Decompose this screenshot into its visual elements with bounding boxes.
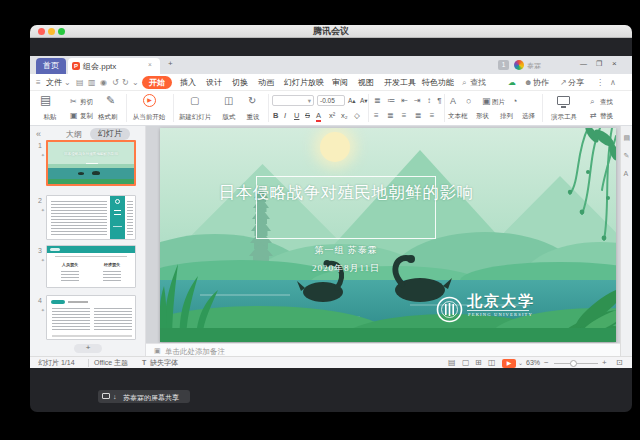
find-menu[interactable]: 查找 bbox=[470, 74, 486, 91]
user-avatar[interactable] bbox=[514, 60, 524, 70]
replace-button[interactable]: 替换 bbox=[600, 112, 613, 121]
collapse-ribbon-icon[interactable]: ∧ bbox=[610, 74, 616, 91]
slides-tab[interactable]: 幻灯片 bbox=[90, 128, 130, 140]
view-grid-icon[interactable]: ⊞ bbox=[475, 357, 482, 369]
cut-button[interactable]: 剪切 bbox=[80, 98, 93, 107]
close-traffic-light[interactable] bbox=[38, 28, 45, 35]
new-slide-button[interactable]: 新建幻灯片 bbox=[175, 113, 215, 122]
shape-icon[interactable]: ○ bbox=[466, 96, 471, 106]
new-slide-icon[interactable]: ▢ bbox=[190, 96, 199, 106]
zoom-slider-knob[interactable] bbox=[570, 360, 577, 367]
theme-name[interactable]: Office 主题 bbox=[94, 357, 128, 369]
more-options-icon[interactable]: ⋮ bbox=[596, 74, 604, 91]
play-from-current-button[interactable]: 从当前开始 bbox=[126, 113, 172, 122]
ribbon-tab-view[interactable]: 视图 bbox=[358, 74, 374, 91]
decrease-font-icon[interactable]: A▾ bbox=[360, 97, 368, 105]
ribbon-tab-design[interactable]: 设计 bbox=[206, 74, 222, 91]
view-reading-icon[interactable]: ◫ bbox=[488, 357, 496, 369]
strikethrough-button[interactable]: S bbox=[305, 111, 310, 120]
collaborate-icon[interactable]: ☻ bbox=[524, 74, 532, 91]
paste-icon[interactable]: ▤ bbox=[40, 95, 51, 105]
slide-thumbnail-3[interactable]: 人员损失 经济损失 bbox=[46, 245, 136, 288]
cloud-sync-icon[interactable]: ☁ bbox=[508, 74, 516, 91]
view-sorter-icon[interactable]: ▢ bbox=[462, 357, 470, 369]
text-tool-icon[interactable]: A bbox=[624, 170, 629, 177]
outline-tab[interactable]: 大纲 bbox=[66, 129, 82, 140]
demo-tools-monitor-icon[interactable] bbox=[557, 96, 570, 105]
tab-document[interactable]: P 组会.pptx × bbox=[68, 58, 160, 74]
zoom-level[interactable]: 63% bbox=[526, 357, 540, 369]
picture-button[interactable]: 图片 bbox=[492, 98, 505, 107]
demo-tools-button[interactable]: 演示工具 bbox=[544, 113, 584, 122]
font-color-button[interactable]: A bbox=[316, 111, 321, 122]
format-painter-button[interactable]: 格式刷 bbox=[98, 113, 118, 122]
select-button[interactable]: 选择 bbox=[522, 112, 535, 121]
notes-bar[interactable]: ▣ 单击此处添加备注 bbox=[146, 343, 620, 356]
minimize-traffic-light[interactable] bbox=[48, 28, 55, 35]
bold-button[interactable]: B bbox=[273, 111, 278, 120]
play-caret-icon[interactable]: ⌄ bbox=[518, 357, 523, 369]
screen-share-banner[interactable]: ↓ 苏泰霖的屏幕共享 bbox=[98, 390, 190, 403]
replace-icon[interactable]: ⇄ bbox=[590, 111, 597, 121]
new-tab-button[interactable]: + bbox=[168, 59, 173, 68]
print-icon[interactable]: ▥ bbox=[88, 74, 96, 91]
picture-icon[interactable]: ▣ bbox=[482, 96, 491, 106]
window-minimize-icon[interactable]: — bbox=[580, 60, 587, 67]
find-icon[interactable]: ⌕ bbox=[590, 97, 594, 107]
find-button[interactable]: 查找 bbox=[600, 98, 613, 107]
fit-slide-icon[interactable]: ⊡ bbox=[616, 357, 623, 369]
file-menu-caret-icon[interactable]: ⌄ bbox=[64, 74, 71, 91]
slide-thumbnail-1[interactable]: 日本侵略战争对殖民地朝鲜的影响 bbox=[46, 140, 136, 186]
notification-badge[interactable]: 1 bbox=[498, 60, 509, 70]
add-slide-button[interactable]: + bbox=[74, 344, 102, 353]
underline-button[interactable]: U bbox=[294, 111, 299, 120]
hamburger-menu-icon[interactable]: ≡ bbox=[36, 74, 41, 91]
play-from-current-icon[interactable]: ▶ bbox=[143, 94, 156, 107]
zoom-traffic-light[interactable] bbox=[58, 28, 65, 35]
paragraph-icons-row2[interactable]: ≡ ≣ ≡ ≣ ≡ bbox=[374, 111, 437, 120]
increase-font-icon[interactable]: A▴ bbox=[348, 97, 356, 105]
slide-title[interactable]: 日本侵略战争对殖民地朝鲜的影响 bbox=[180, 182, 512, 204]
ribbon-tab-animation[interactable]: 动画 bbox=[258, 74, 274, 91]
view-normal-icon[interactable]: ▤ bbox=[448, 357, 456, 369]
reset-icon[interactable]: ↻ bbox=[248, 96, 256, 106]
collapse-panel-icon[interactable]: « bbox=[36, 129, 41, 139]
preview-icon[interactable]: ◉ bbox=[100, 74, 107, 91]
share-button[interactable]: 分享 bbox=[568, 74, 584, 91]
ribbon-tab-insert[interactable]: 插入 bbox=[180, 74, 196, 91]
font-size-combobox[interactable]: -0.05 bbox=[317, 95, 345, 106]
subscript-button[interactable]: x₂ bbox=[341, 111, 348, 120]
skin-icon[interactable]: ◔ bbox=[512, 96, 517, 106]
slide-thumbnail-2[interactable] bbox=[46, 195, 136, 240]
italic-button[interactable]: I bbox=[284, 111, 286, 120]
arrange-button[interactable]: 排列 bbox=[500, 112, 513, 121]
textbox-icon[interactable]: A bbox=[450, 96, 456, 106]
redo-icon[interactable]: ↻ bbox=[122, 74, 129, 91]
ribbon-tab-transition[interactable]: 切换 bbox=[232, 74, 248, 91]
style-brush-icon[interactable]: ✎ bbox=[624, 152, 630, 160]
highlight-button[interactable]: ◇ bbox=[354, 111, 360, 120]
format-painter-icon[interactable]: ✎ bbox=[106, 95, 115, 105]
share-arrow-icon[interactable]: ↗ bbox=[560, 74, 567, 91]
slide-canvas[interactable]: 日本侵略战争对殖民地朝鲜的影响 第一组 苏泰霖 2020年8月11日 北京大学 … bbox=[160, 128, 616, 342]
superscript-button[interactable]: x² bbox=[329, 111, 335, 120]
properties-icon[interactable]: ▤ bbox=[624, 134, 631, 142]
slide-group-line[interactable]: 第一组 苏泰霖 bbox=[180, 244, 512, 257]
font-family-combobox[interactable]: ▾ bbox=[272, 95, 314, 106]
ribbon-tab-features[interactable]: 特色功能 bbox=[422, 74, 454, 91]
file-menu[interactable]: 文件 bbox=[46, 74, 62, 91]
textbox-button[interactable]: 文本框 bbox=[448, 112, 468, 121]
ribbon-tab-slideshow[interactable]: 幻灯片放映 bbox=[284, 74, 324, 91]
layout-icon[interactable]: ◫ bbox=[224, 96, 233, 106]
zoom-in-icon[interactable]: + bbox=[602, 357, 607, 369]
copy-button[interactable]: 复制 bbox=[80, 112, 93, 121]
slide-date-line[interactable]: 2020年8月11日 bbox=[180, 262, 512, 275]
collaborate-button[interactable]: 协作 bbox=[533, 74, 549, 91]
tab-home[interactable]: 首页 bbox=[36, 58, 66, 74]
undo-icon[interactable]: ↺ bbox=[112, 74, 119, 91]
missing-font-warning[interactable]: 缺失字体 bbox=[150, 357, 178, 369]
slideshow-play-button[interactable]: ▶ bbox=[502, 359, 516, 368]
shapes-button[interactable]: 形状 bbox=[476, 112, 489, 121]
user-name[interactable]: 泰霖 bbox=[527, 61, 541, 71]
ribbon-tab-devtools[interactable]: 开发工具 bbox=[384, 74, 416, 91]
